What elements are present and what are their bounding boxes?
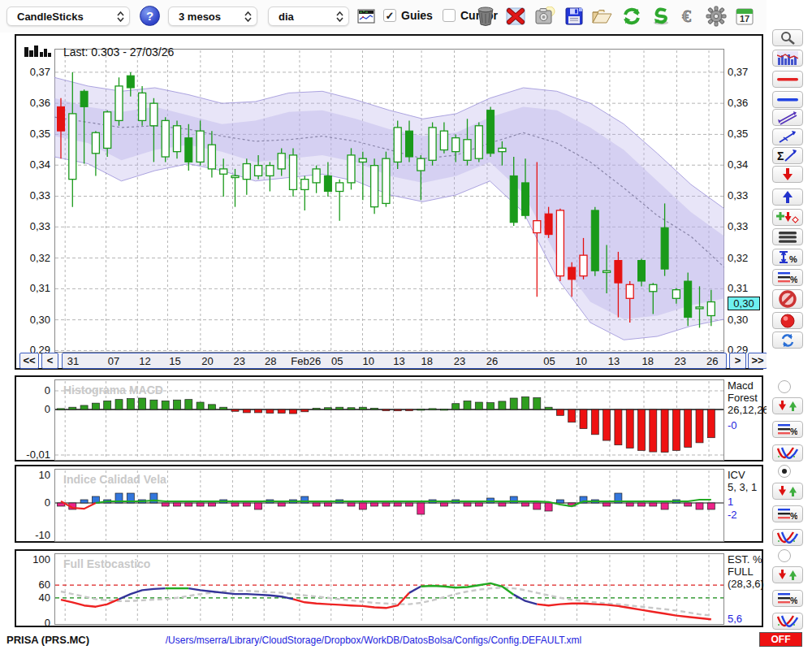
floppy-disk-icon bbox=[565, 7, 583, 25]
svg-text:%: % bbox=[790, 511, 797, 521]
record-button[interactable] bbox=[772, 312, 803, 329]
price-tick-label: 0,36 bbox=[18, 97, 50, 109]
nav-prev-button[interactable]: < bbox=[41, 353, 58, 369]
list-lines-icon bbox=[779, 232, 797, 243]
period-select[interactable]: 3 mesos bbox=[168, 6, 257, 26]
icv-lines-percent-button[interactable]: % bbox=[772, 505, 803, 522]
price-tick-label: 0,33 bbox=[728, 189, 760, 202]
lines-percent-icon: % bbox=[778, 508, 797, 521]
price-tick-label: 0,34 bbox=[728, 158, 760, 171]
icv-indicator-panel: Indice Calidad Vela 100-10 ICV 5, 3, 1 1… bbox=[15, 465, 763, 543]
date-tick-label: 05 bbox=[321, 355, 353, 367]
sync-s-arrow-icon bbox=[651, 6, 671, 26]
snapshot-button[interactable] bbox=[533, 5, 557, 28]
range-percent-button[interactable]: % bbox=[772, 249, 803, 266]
save-button[interactable] bbox=[562, 5, 586, 28]
stochastic-signals-button[interactable] bbox=[772, 566, 803, 583]
sync-button[interactable] bbox=[649, 5, 673, 28]
blue-up-arrow-icon bbox=[782, 190, 793, 204]
bars-chart-icon bbox=[777, 51, 798, 65]
red-green-arrows-icon bbox=[778, 569, 797, 581]
help-button[interactable]: ? bbox=[140, 6, 160, 26]
main-price-chart-panel: Last: 0.303 - 27/03/26 0,370,360,350,340… bbox=[15, 34, 763, 370]
stochastic-plot[interactable] bbox=[54, 553, 724, 625]
trash-button[interactable] bbox=[473, 5, 498, 28]
icv-panel-radio[interactable] bbox=[778, 465, 791, 478]
stochastic-settings-label: EST. % FULL (28,3,6) bbox=[728, 553, 764, 590]
price-tick-label: 0,33 bbox=[18, 189, 50, 202]
axis-tick-label: -10 bbox=[18, 529, 50, 541]
macd-signals-button[interactable] bbox=[772, 397, 803, 414]
add-signal-button[interactable] bbox=[772, 209, 803, 226]
chart-window-icon bbox=[357, 9, 375, 24]
chart-window-button[interactable] bbox=[356, 5, 377, 28]
price-tick-label: 0,35 bbox=[728, 128, 760, 140]
trendline-tool-button[interactable] bbox=[772, 128, 803, 145]
price-tick-label: 0,34 bbox=[18, 158, 50, 171]
date-tick-label: 05 bbox=[533, 355, 566, 367]
delete-button[interactable] bbox=[503, 5, 528, 28]
icv-curves-button[interactable] bbox=[772, 529, 803, 546]
macd-panel-radio[interactable] bbox=[778, 380, 791, 393]
svg-text:%: % bbox=[790, 275, 797, 284]
price-tick-label: 0,37 bbox=[18, 66, 50, 78]
channel-tool-button[interactable] bbox=[772, 109, 803, 126]
axis-tick-label: 0 bbox=[18, 617, 50, 629]
chart-type-select[interactable]: CandleSticks bbox=[6, 6, 130, 26]
volume-chart-button[interactable] bbox=[772, 50, 803, 67]
refresh-button[interactable] bbox=[620, 5, 644, 28]
price-tick-label: 0,33 bbox=[18, 220, 50, 232]
interval-value: dia bbox=[279, 11, 294, 23]
currency-button[interactable]: € bbox=[676, 5, 701, 28]
axis-tick-label: 100 bbox=[18, 553, 50, 566]
refresh-arrows-icon bbox=[621, 6, 642, 26]
regression-tool-button[interactable]: Σ bbox=[772, 147, 803, 164]
price-tick-label: 0,35 bbox=[18, 128, 50, 140]
camera-icon bbox=[534, 6, 555, 26]
date-tick-label: 12 bbox=[129, 355, 162, 367]
guides-checkbox[interactable]: ✓ Guies bbox=[383, 9, 433, 22]
stochastic-curves-button[interactable] bbox=[772, 613, 803, 630]
candlestick-plot[interactable] bbox=[54, 49, 724, 353]
trendline-arrow-icon bbox=[778, 130, 797, 144]
disable-tool-button[interactable] bbox=[772, 289, 803, 309]
buy-marker-button[interactable] bbox=[772, 188, 803, 206]
histogram-mini-icon[interactable] bbox=[24, 46, 52, 58]
date-tick-label: 18 bbox=[411, 355, 443, 367]
macd-lines-percent-button[interactable]: % bbox=[772, 421, 803, 438]
red-hline-tool-button[interactable] bbox=[772, 71, 803, 88]
chart-type-value: CandleSticks bbox=[17, 11, 84, 23]
reload-data-button[interactable] bbox=[772, 332, 803, 349]
levels-tool-button[interactable] bbox=[772, 228, 803, 245]
open-button[interactable] bbox=[590, 5, 614, 28]
date-tick-label: 10 bbox=[565, 355, 598, 367]
interval-select[interactable]: dia bbox=[268, 6, 349, 26]
price-tick-label: 0,31 bbox=[728, 282, 760, 294]
blue-refresh-icon bbox=[780, 333, 795, 348]
stochastic-lines-percent-button[interactable]: % bbox=[772, 590, 803, 607]
lines-percent-button[interactable]: % bbox=[772, 269, 803, 286]
calendar-button[interactable]: 17 bbox=[732, 5, 757, 28]
sell-marker-button[interactable] bbox=[772, 166, 803, 183]
red-green-arrows-icon bbox=[778, 485, 797, 497]
macd-curves-button[interactable] bbox=[772, 444, 803, 462]
price-tick-label: 0,30 bbox=[18, 314, 50, 326]
zoom-tool-button[interactable] bbox=[772, 29, 803, 46]
axis-tick-label: 0 bbox=[18, 403, 50, 415]
svg-text:%: % bbox=[790, 596, 797, 605]
nav-next-button[interactable]: > bbox=[729, 353, 746, 369]
nav-first-button[interactable]: << bbox=[19, 353, 39, 369]
settings-button[interactable] bbox=[704, 5, 728, 28]
off-status-badge[interactable]: OFF bbox=[759, 632, 802, 647]
checkbox-checked-icon: ✓ bbox=[383, 9, 396, 22]
svg-text:%: % bbox=[790, 427, 797, 436]
nav-last-button[interactable]: >> bbox=[748, 353, 767, 369]
chevron-updown-icon bbox=[110, 11, 124, 22]
icv-signals-button[interactable] bbox=[772, 483, 803, 500]
stochastic-panel-radio[interactable] bbox=[778, 549, 791, 562]
blue-hline-tool-button[interactable] bbox=[772, 91, 803, 108]
checkbox-unchecked-icon bbox=[443, 9, 456, 22]
calendar-icon: 17 bbox=[735, 6, 754, 26]
price-tick-label: 0,37 bbox=[728, 66, 760, 78]
date-tick-label: 18 bbox=[632, 355, 664, 367]
